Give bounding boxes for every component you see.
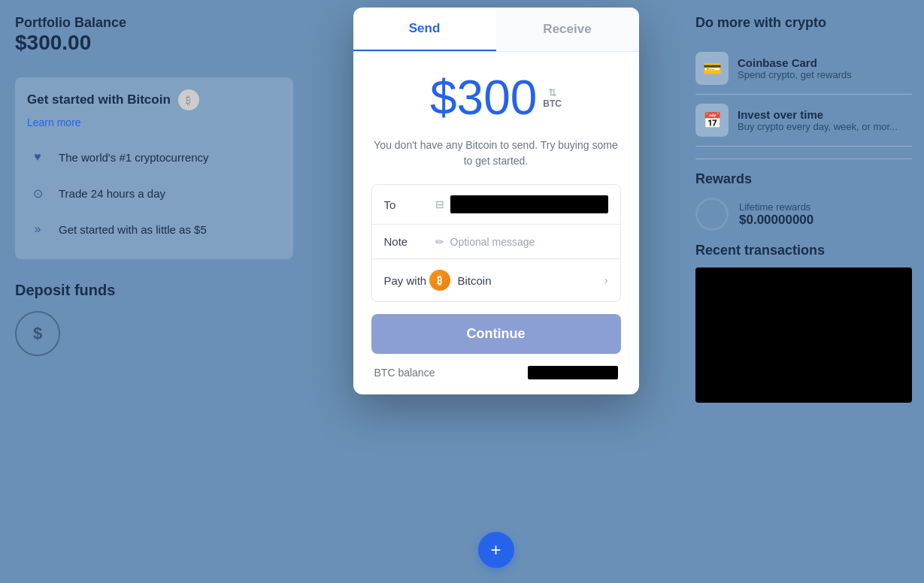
get-started-title: Get started with Bitcoin: [27, 92, 171, 107]
feature-text: The world's #1 cryptocurrency: [59, 151, 209, 164]
rewards-circle-icon: [695, 198, 729, 231]
transactions-redacted: [695, 267, 912, 403]
lifetime-label: Lifetime rewards: [739, 201, 813, 213]
section-divider: [695, 159, 912, 159]
list-item: » Get started with as little as $5: [27, 211, 281, 247]
warning-text: You don't have any Bitcoin to send. Try …: [371, 137, 621, 169]
recent-transactions-title: Recent transactions: [695, 243, 912, 258]
lifetime-info: Lifetime rewards $0.00000000: [739, 201, 813, 228]
continue-button[interactable]: Continue: [371, 314, 621, 354]
invest-info: Invest over time Buy crypto every day, w…: [738, 108, 898, 132]
clock-icon: ⊙: [27, 183, 48, 204]
pencil-icon: ✏: [435, 236, 444, 248]
do-more-title: Do more with crypto: [695, 15, 912, 31]
to-address-field[interactable]: [450, 195, 608, 213]
tab-receive[interactable]: Receive: [496, 8, 639, 51]
pay-with-row[interactable]: Pay with ₿ Bitcoin ›: [372, 259, 620, 301]
swap-arrows-icon: ⇅: [548, 86, 557, 98]
invest-promo[interactable]: 📅 Invest over time Buy crypto every day,…: [695, 95, 912, 147]
currency-label: BTC: [543, 98, 562, 109]
rewards-title: Rewards: [695, 171, 912, 187]
fab-add-button[interactable]: +: [478, 532, 514, 568]
btc-balance-row: BTC balance: [371, 366, 621, 379]
invest-subtitle: Buy crypto every day, week, or mor...: [738, 121, 898, 132]
coinbase-card-promo[interactable]: 💳 Coinbase Card Spend crypto, get reward…: [695, 43, 912, 95]
note-placeholder: Optional message: [450, 236, 535, 248]
to-label: To: [384, 198, 429, 211]
feature-text: Get started with as little as $5: [59, 223, 207, 236]
to-row: To ⊟: [372, 185, 620, 225]
learn-more-link[interactable]: Learn more: [27, 116, 281, 128]
list-item: ⊙ Trade 24 hours a day: [27, 175, 281, 211]
invest-icon: 📅: [695, 104, 729, 137]
coinbase-card-title: Coinbase Card: [738, 56, 852, 69]
chevron-right-icon: ›: [604, 274, 608, 286]
pay-with-crypto: Bitcoin: [458, 274, 492, 287]
lifetime-rewards-row: Lifetime rewards $0.00000000: [695, 198, 912, 231]
address-book-icon: ⊟: [435, 198, 444, 210]
portfolio-balance-label: Portfolio Balance: [15, 15, 293, 31]
portfolio-balance-amount: $300.00: [15, 31, 293, 55]
feature-list: ♥ The world's #1 cryptocurrency ⊙ Trade …: [27, 139, 281, 247]
note-label: Note: [384, 235, 429, 248]
note-row[interactable]: Note ✏ Optional message: [372, 225, 620, 259]
deposit-icon[interactable]: $: [15, 311, 60, 356]
modal-tabs: Send Receive: [353, 8, 639, 52]
heart-icon: ♥: [27, 147, 48, 168]
coinbase-card-icon: 💳: [695, 52, 729, 85]
center-area: Send Receive $300 ⇅ BTC You don't have a…: [308, 0, 683, 583]
pay-with-content: ₿ Bitcoin ›: [429, 270, 608, 291]
list-item: ♥ The world's #1 cryptocurrency: [27, 139, 281, 175]
right-panel: Do more with crypto 💳 Coinbase Card Spen…: [683, 0, 924, 583]
bitcoin-icon: ₿: [178, 89, 199, 110]
pay-with-label: Pay with: [384, 274, 429, 287]
left-panel: Portfolio Balance $300.00 Get started wi…: [0, 0, 308, 583]
btc-balance-value: [528, 366, 618, 379]
amount-value: $300: [430, 70, 537, 125]
coinbase-card-info: Coinbase Card Spend crypto, get rewards: [738, 56, 852, 80]
feature-text: Trade 24 hours a day: [59, 187, 165, 200]
currency-toggle-button[interactable]: ⇅ BTC: [543, 86, 562, 109]
form-section: To ⊟ Note ✏ Optional message Pay with: [371, 184, 621, 302]
send-receive-modal: Send Receive $300 ⇅ BTC You don't have a…: [353, 8, 639, 394]
amount-display: $300 ⇅ BTC: [371, 70, 621, 125]
tab-send[interactable]: Send: [353, 8, 496, 51]
double-chevron-icon: »: [27, 219, 48, 240]
deposit-label: Deposit funds: [15, 282, 115, 298]
bitcoin-logo-icon: ₿: [429, 270, 450, 291]
btc-balance-label: BTC balance: [374, 367, 435, 379]
lifetime-amount: $0.00000000: [739, 213, 813, 228]
invest-title: Invest over time: [738, 108, 898, 121]
get-started-section: Get started with Bitcoin ₿ Learn more ♥ …: [15, 77, 293, 259]
deposit-section: Deposit funds $: [15, 282, 293, 356]
modal-body: $300 ⇅ BTC You don't have any Bitcoin to…: [353, 52, 639, 394]
coinbase-card-subtitle: Spend crypto, get rewards: [738, 69, 852, 80]
